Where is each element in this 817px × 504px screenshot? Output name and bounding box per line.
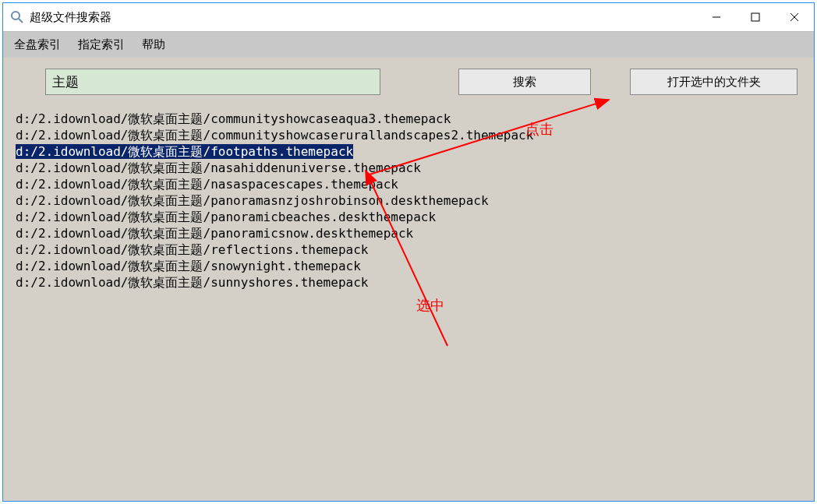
result-row[interactable]: d:/2.idownload/微软桌面主题/footpaths.themepac… (14, 143, 803, 160)
result-row[interactable]: d:/2.idownload/微软桌面主题/sunnyshores.themep… (14, 274, 803, 291)
maximize-button[interactable] (736, 3, 775, 31)
result-row[interactable]: d:/2.idownload/微软桌面主题/communityshowcaser… (14, 127, 803, 143)
menubar: 全盘索引 指定索引 帮助 (3, 31, 814, 58)
menu-help[interactable]: 帮助 (142, 37, 165, 52)
search-icon (9, 9, 25, 25)
app-window: 超级文件搜索器 全盘索引 指定索引 帮助 搜索 打开选中的文件夹 d:/2.id… (2, 2, 815, 502)
result-row[interactable]: d:/2.idownload/微软桌面主题/panoramicsnow.desk… (14, 225, 803, 241)
result-row[interactable]: d:/2.idownload/微软桌面主题/panoramasnzjoshrob… (14, 192, 803, 209)
menu-specified-index[interactable]: 指定索引 (78, 37, 125, 52)
window-title: 超级文件搜索器 (30, 10, 111, 25)
result-row[interactable]: d:/2.idownload/微软桌面主题/snowynight.themepa… (14, 258, 803, 274)
result-row[interactable]: d:/2.idownload/微软桌面主题/nasahiddenuniverse… (14, 160, 803, 176)
svg-line-1 (19, 19, 23, 23)
client-area: 搜索 打开选中的文件夹 d:/2.idownload/微软桌面主题/commun… (3, 58, 814, 501)
search-row: 搜索 打开选中的文件夹 (14, 69, 803, 95)
svg-point-0 (12, 12, 19, 19)
svg-rect-3 (752, 13, 759, 21)
annotation-select: 选中 (416, 296, 444, 315)
search-input[interactable] (45, 69, 380, 95)
titlebar: 超级文件搜索器 (3, 3, 814, 31)
result-row[interactable]: d:/2.idownload/微软桌面主题/communityshowcasea… (14, 111, 803, 127)
result-row[interactable]: d:/2.idownload/微软桌面主题/panoramicbeaches.d… (14, 209, 803, 225)
open-folder-button[interactable]: 打开选中的文件夹 (630, 69, 798, 95)
close-button[interactable] (775, 3, 814, 31)
search-button[interactable]: 搜索 (458, 69, 591, 95)
window-controls (697, 3, 814, 31)
menu-full-index[interactable]: 全盘索引 (14, 37, 61, 52)
result-row[interactable]: d:/2.idownload/微软桌面主题/reflections.themep… (14, 241, 803, 258)
result-row[interactable]: d:/2.idownload/微软桌面主题/nasaspacescapes.th… (14, 176, 803, 192)
results-list[interactable]: d:/2.idownload/微软桌面主题/communityshowcasea… (14, 111, 803, 291)
minimize-button[interactable] (697, 3, 736, 31)
